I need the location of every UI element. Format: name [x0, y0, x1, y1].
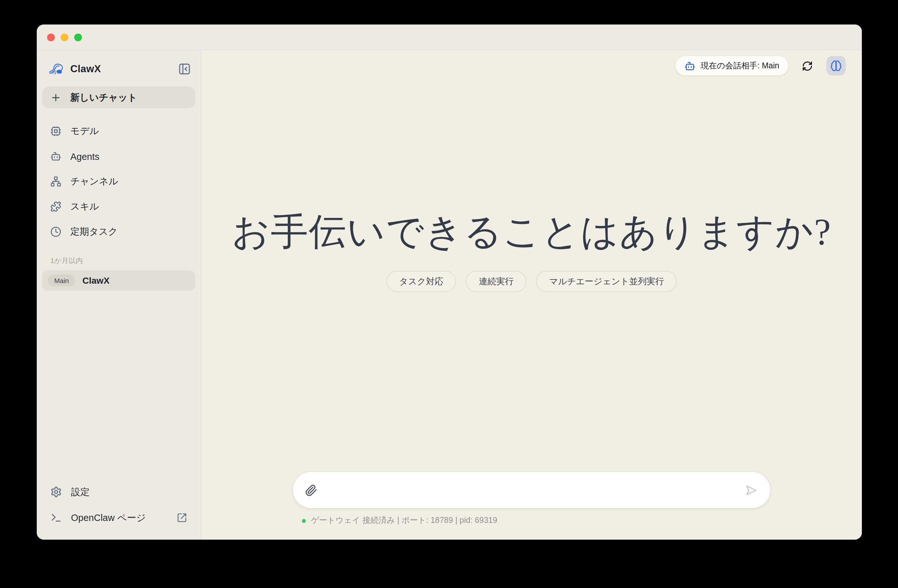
current-partner-label: 現在の会話相手: Main [701, 60, 779, 71]
network-icon [50, 176, 61, 187]
spacer [217, 292, 846, 472]
history-item-title: ClawX [83, 275, 110, 286]
brain-icon [830, 60, 842, 72]
sidebar-item-channels[interactable]: チャンネル [42, 169, 195, 194]
spacer [217, 75, 846, 210]
send-icon[interactable] [744, 483, 758, 497]
plus-icon [50, 92, 61, 103]
sidebar-item-scheduled-tasks[interactable]: 定期タスク [42, 219, 195, 244]
zoom-button[interactable] [74, 33, 82, 41]
terminal-icon [50, 512, 62, 524]
history-item-clawx[interactable]: Main ClawX [42, 270, 195, 291]
new-chat-label: 新しいチャット [70, 91, 137, 103]
minimize-button[interactable] [61, 33, 68, 41]
main-badge: Main [48, 275, 75, 286]
sidebar: ClawX 新しいチャット [37, 50, 201, 540]
close-button[interactable] [47, 33, 55, 41]
current-partner-pill[interactable]: 現在の会話相手: Main [675, 56, 788, 75]
panel-collapse-icon[interactable] [177, 62, 192, 76]
cpu-icon [50, 126, 61, 137]
sidebar-spacer [42, 291, 195, 479]
message-composer[interactable] [293, 472, 770, 508]
external-link-icon [177, 513, 187, 523]
greeting-heading: お手伝いできることはありますか? [217, 210, 846, 254]
hero: お手伝いできることはありますか? [217, 210, 846, 254]
gateway-status: ゲートウェイ 接続済み | ポート: 18789 | pid: 69319 [293, 515, 770, 540]
sidebar-item-label: 定期タスク [70, 226, 118, 238]
bot-icon [684, 60, 695, 71]
clawx-lobster-logo-icon [48, 63, 65, 75]
new-chat-button[interactable]: 新しいチャット [42, 86, 195, 108]
chat-main-area: 現在の会話相手: Main [201, 50, 862, 540]
sidebar-item-models[interactable]: モデル [42, 119, 195, 144]
status-text: ゲートウェイ 接続済み | ポート: 18789 | pid: 69319 [311, 515, 497, 526]
sidebar-item-label: スキル [70, 201, 99, 213]
suggestion-chips: タスク対応 連続実行 マルチエージェント並列実行 [217, 271, 846, 292]
screen: ClawX 新しいチャット [0, 0, 898, 588]
app-title: ClawX [70, 63, 101, 75]
titlebar[interactable] [37, 25, 862, 50]
chip-multi-agent-parallel[interactable]: マルチエージェント並列実行 [536, 271, 677, 292]
paperclip-icon[interactable] [305, 484, 317, 496]
bot-icon [50, 151, 61, 162]
app-window: ClawX 新しいチャット [37, 25, 862, 540]
chip-continuous-run[interactable]: 連続実行 [466, 271, 526, 292]
sidebar-item-openclaw-page[interactable]: OpenClaw ページ [42, 505, 195, 531]
history-section-label: 1か月以内 [50, 256, 187, 266]
message-input[interactable] [325, 472, 737, 508]
sidebar-item-label: Agents [70, 151, 99, 161]
sidebar-item-label: モデル [70, 125, 99, 137]
top-controls: 現在の会話相手: Main [217, 50, 846, 75]
sidebar-item-skills[interactable]: スキル [42, 194, 195, 219]
clock-icon [50, 226, 61, 237]
sidebar-item-label: チャンネル [70, 175, 118, 187]
refresh-icon[interactable] [802, 60, 813, 71]
gear-icon [50, 486, 62, 498]
sidebar-header: ClawX [42, 57, 195, 81]
settings-label: 設定 [71, 486, 90, 498]
puzzle-icon [50, 201, 61, 212]
status-connected-dot [302, 519, 306, 522]
sidebar-item-settings[interactable]: 設定 [42, 479, 195, 505]
sidebar-item-agents[interactable]: Agents [42, 144, 195, 169]
openclaw-page-label: OpenClaw ページ [71, 511, 146, 524]
brain-button[interactable] [826, 56, 846, 75]
chip-task-support[interactable]: タスク対応 [386, 271, 457, 292]
sidebar-menu: モデル Agents [42, 119, 195, 244]
